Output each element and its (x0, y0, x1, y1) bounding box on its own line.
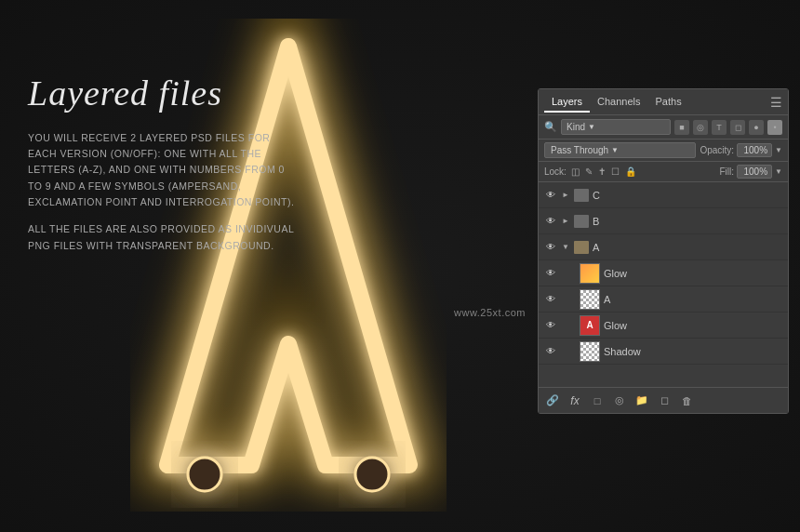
folder-b (574, 215, 589, 228)
layer-name-a-sub: A (604, 294, 782, 305)
lock-bar: Lock: ◫ ✎ ✝ ☐ 🔒 Fill: 100% ▼ (539, 162, 788, 182)
fill-label: Fill: (720, 166, 735, 177)
fill-chevron: ▼ (775, 167, 782, 176)
lock-move-icon[interactable]: ✝ (597, 166, 607, 178)
lock-artboard-icon[interactable]: ☐ (610, 166, 620, 178)
thumb-shadow (580, 341, 600, 362)
filter-type-icon[interactable]: T (712, 120, 727, 135)
filter-label: Kind (567, 122, 585, 132)
blend-mode-label: Pass Through (551, 145, 608, 155)
layer-row-shadow[interactable]: 👁 Shadow (539, 339, 788, 365)
filter-icons: ■ ◎ T ◻ ● • (674, 120, 782, 135)
layer-row-b[interactable]: 👁 ► B (539, 208, 788, 234)
folder-icon[interactable]: 📁 (633, 392, 650, 409)
filter-pixel-icon[interactable]: ■ (674, 120, 689, 135)
lock-brush-icon[interactable]: ✎ (584, 166, 593, 178)
lock-label: Lock: (544, 166, 567, 177)
left-panel: Layered files YOU WILL RECEIVE 2 LAYERED… (28, 74, 298, 265)
eye-b[interactable]: 👁 (544, 215, 557, 228)
adjustment-icon[interactable]: ◎ (611, 392, 628, 409)
thumb-glow2: A (580, 315, 600, 336)
filter-bar: 🔍 Kind ▼ ■ ◎ T ◻ ● • (539, 115, 788, 140)
expand-a[interactable]: ▼ (561, 243, 570, 252)
layer-name-glow2: Glow (604, 320, 782, 331)
tab-paths[interactable]: Paths (648, 92, 689, 113)
panel-description: YOU WILL RECEIVE 2 LAYERED PSD FILES FOR… (28, 130, 298, 254)
thumb-a-sub (580, 289, 600, 310)
eye-a[interactable]: 👁 (544, 241, 557, 254)
filter-smart-icon[interactable]: ● (749, 120, 764, 135)
layer-row-a-sub[interactable]: 👁 A (539, 286, 788, 313)
svg-point-3 (355, 458, 389, 491)
filter-dropdown[interactable]: Kind ▼ (561, 119, 671, 135)
filter-adjust-icon[interactable]: ◎ (693, 120, 708, 135)
folder-c (574, 189, 589, 202)
trash-icon[interactable]: 🗑 (678, 392, 695, 409)
mask-icon[interactable]: □ (589, 392, 606, 409)
expand-b[interactable]: ► (561, 217, 570, 226)
layer-name-glow1: Glow (604, 268, 782, 279)
layer-name-shadow: Shadow (604, 346, 782, 357)
eye-glow1[interactable]: 👁 (544, 267, 557, 280)
panel-tabs: Layers Channels Paths ☰ (539, 89, 788, 115)
folder-a (574, 241, 589, 254)
fill-control: Fill: 100% ▼ (720, 165, 782, 179)
page-icon[interactable]: ◻ (656, 392, 673, 409)
link-icon[interactable]: 🔗 (544, 392, 561, 409)
description-paragraph-1: YOU WILL RECEIVE 2 LAYERED PSD FILES FOR… (28, 130, 298, 211)
layer-name-b: B (593, 216, 782, 227)
lock-checkerboard-icon[interactable]: ◫ (570, 166, 580, 178)
panel-menu-button[interactable]: ☰ (770, 95, 782, 110)
blend-mode-dropdown[interactable]: Pass Through ▼ (544, 142, 696, 158)
layer-list: 👁 ► C 👁 ► B 👁 ▼ A 👁 Glow 👁 (539, 182, 788, 387)
watermark: www.25xt.com (454, 307, 526, 318)
layer-row-c[interactable]: 👁 ► C (539, 182, 788, 208)
eye-c[interactable]: 👁 (544, 189, 557, 202)
fx-icon[interactable]: fx (567, 392, 583, 409)
tab-channels[interactable]: Channels (590, 92, 647, 113)
panel-title: Layered files (28, 74, 298, 113)
layer-row-a[interactable]: 👁 ▼ A (539, 234, 788, 260)
opacity-control: Opacity: 100% ▼ (700, 143, 782, 157)
fill-value[interactable]: 100% (737, 165, 772, 179)
filter-icon: 🔍 (544, 121, 557, 133)
expand-c[interactable]: ► (561, 191, 570, 200)
opacity-label: Opacity: (700, 145, 734, 155)
eye-glow2[interactable]: 👁 (544, 319, 557, 332)
filter-chevron: ▼ (588, 123, 595, 131)
svg-point-2 (188, 458, 221, 491)
panel-bottom-toolbar: 🔗 fx □ ◎ 📁 ◻ 🗑 (539, 387, 788, 413)
lock-all-icon[interactable]: 🔒 (624, 166, 637, 178)
eye-a-sub[interactable]: 👁 (544, 293, 557, 306)
layer-row-glow2[interactable]: 👁 A Glow (539, 313, 788, 339)
filter-toggle[interactable]: • (767, 120, 782, 135)
layer-name-c: C (593, 190, 782, 201)
eye-shadow[interactable]: 👁 (544, 345, 557, 358)
blend-opacity-bar: Pass Through ▼ Opacity: 100% ▼ (539, 140, 788, 162)
layers-panel: Layers Channels Paths ☰ 🔍 Kind ▼ ■ ◎ T ◻… (538, 88, 789, 414)
description-paragraph-2: ALL THE FILES ARE ALSO PROVIDED AS INVID… (28, 221, 298, 254)
filter-shape-icon[interactable]: ◻ (730, 120, 745, 135)
blend-chevron: ▼ (611, 146, 619, 154)
thumb-glow1 (580, 263, 600, 284)
layer-name-a: A (593, 242, 782, 253)
lock-icons: ◫ ✎ ✝ ☐ 🔒 (570, 166, 637, 178)
opacity-value[interactable]: 100% (737, 143, 772, 157)
layer-row-glow1[interactable]: 👁 Glow (539, 260, 788, 286)
tab-layers[interactable]: Layers (544, 92, 590, 113)
opacity-chevron: ▼ (775, 146, 782, 154)
